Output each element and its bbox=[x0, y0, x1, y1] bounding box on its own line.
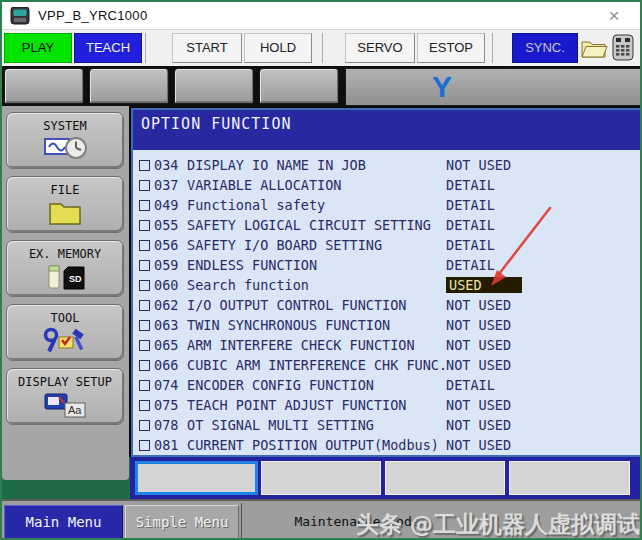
option-row[interactable]: 055 SAFETY LOGICAL CIRCUIT SETTING DETAI… bbox=[133, 216, 640, 236]
servo-on-button[interactable]: SERVO ON bbox=[345, 33, 415, 63]
svg-text:Aa: Aa bbox=[68, 404, 82, 416]
function-key-cell[interactable] bbox=[261, 461, 381, 495]
option-row[interactable]: 065 ARM INTERFERE CHECK FUNCTION NOT USE… bbox=[133, 336, 640, 356]
option-name: TEACH POINT ADJUST FUNCTION bbox=[187, 397, 406, 413]
option-row[interactable]: 056 SAFETY I/O BOARD SETTING DETAIL bbox=[133, 236, 640, 256]
option-row[interactable]: 060 Search function USED bbox=[133, 276, 640, 296]
window-title: VPP_B_YRC1000 bbox=[38, 8, 147, 23]
checkbox-icon[interactable] bbox=[139, 400, 150, 411]
sidebar-item-ex-memory[interactable]: EX. MEMORY SD bbox=[6, 240, 124, 297]
monitor-text-icon: Aa bbox=[7, 391, 123, 419]
bottom-bar-divider bbox=[241, 503, 242, 540]
teach-button[interactable]: TEACH bbox=[74, 33, 142, 63]
option-row[interactable]: 066 CUBIC ARM INTERFERENCE CHK FUNC. NOT… bbox=[133, 356, 640, 376]
option-row[interactable]: 037 VARIABLE ALLOCATION DETAIL bbox=[133, 176, 640, 196]
option-number: 034 bbox=[154, 157, 178, 173]
option-number: 074 bbox=[154, 377, 178, 393]
option-row[interactable]: 078 OT SIGNAL MULTI SETTING NOT USED bbox=[133, 416, 640, 436]
sync-button[interactable]: SYNC. bbox=[512, 33, 578, 63]
checkbox-icon[interactable] bbox=[139, 360, 150, 371]
option-status[interactable]: DETAIL bbox=[446, 377, 495, 393]
option-status[interactable]: NOT USED bbox=[446, 357, 511, 373]
sidebar-item-tool[interactable]: TOOL bbox=[6, 304, 124, 361]
checkbox-icon[interactable] bbox=[139, 200, 150, 211]
blank-key-button[interactable] bbox=[89, 68, 169, 104]
option-status[interactable]: NOT USED bbox=[446, 397, 511, 413]
option-number: 081 bbox=[154, 437, 178, 453]
estop-button[interactable]: ESTOP bbox=[417, 33, 485, 63]
hold-button[interactable]: HOLD bbox=[244, 33, 312, 63]
key-row: Y bbox=[2, 66, 642, 106]
checkbox-icon[interactable] bbox=[139, 160, 150, 171]
checkbox-icon[interactable] bbox=[139, 280, 150, 291]
option-number: 066 bbox=[154, 357, 178, 373]
option-name: OT SIGNAL MULTI SETTING bbox=[187, 417, 374, 433]
option-status[interactable]: NOT USED bbox=[446, 297, 511, 313]
checkbox-icon[interactable] bbox=[139, 320, 150, 331]
option-name: CUBIC ARM INTERFERENCE CHK FUNC. bbox=[187, 357, 447, 373]
play-button[interactable]: PLAY bbox=[4, 33, 72, 63]
checkbox-icon[interactable] bbox=[139, 340, 150, 351]
option-status[interactable]: DETAIL bbox=[446, 177, 495, 193]
teach-pendant-icon bbox=[10, 7, 30, 25]
sidebar-item-label: DISPLAY SETUP bbox=[7, 375, 123, 389]
checkbox-icon[interactable] bbox=[139, 180, 150, 191]
option-row[interactable]: 081 CURRENT POSITION OUTPUT(Modbus) NOT … bbox=[133, 436, 640, 456]
folder-button[interactable] bbox=[580, 33, 610, 63]
checkbox-icon[interactable] bbox=[139, 440, 150, 451]
sidebar-item-file[interactable]: FILE bbox=[6, 176, 124, 233]
function-key-cell-selected[interactable] bbox=[135, 461, 258, 495]
start-button[interactable]: START bbox=[172, 33, 242, 63]
option-status[interactable]: USED bbox=[446, 277, 522, 293]
option-status[interactable]: NOT USED bbox=[446, 437, 511, 453]
option-status[interactable]: NOT USED bbox=[446, 157, 511, 173]
watermark-text: 头条 @工业机器人虚拟调试 bbox=[356, 509, 640, 540]
option-row[interactable]: 059 ENDLESS FUNCTION DETAIL bbox=[133, 256, 640, 276]
close-icon[interactable]: × bbox=[602, 4, 626, 28]
folder-icon bbox=[580, 36, 608, 60]
checkbox-icon[interactable] bbox=[139, 260, 150, 271]
option-name: TWIN SYNCHRONOUS FUNCTION bbox=[187, 317, 390, 333]
function-key-strip bbox=[130, 457, 642, 499]
option-list: 034 DISPLAY IO NAME IN JOB NOT USED 037 … bbox=[133, 156, 640, 456]
option-row[interactable]: 034 DISPLAY IO NAME IN JOB NOT USED bbox=[133, 156, 640, 176]
checkbox-icon[interactable] bbox=[139, 380, 150, 391]
option-row[interactable]: 062 I/O OUTPUT CONTROL FUNCTION NOT USED bbox=[133, 296, 640, 316]
checkbox-icon[interactable] bbox=[139, 240, 150, 251]
option-row[interactable]: 063 TWIN SYNCHRONOUS FUNCTION NOT USED bbox=[133, 316, 640, 336]
yaskawa-logo-letter: Y bbox=[432, 70, 452, 104]
option-name: ENDLESS FUNCTION bbox=[187, 257, 317, 273]
option-row[interactable]: 049 Functional safety DETAIL bbox=[133, 196, 640, 216]
option-row[interactable]: 074 ENCODER CONFIG FUNCTION DETAIL bbox=[133, 376, 640, 396]
blank-key-button[interactable] bbox=[174, 68, 254, 104]
option-status[interactable]: NOT USED bbox=[446, 317, 511, 333]
checkbox-icon[interactable] bbox=[139, 220, 150, 231]
blank-key-button[interactable] bbox=[4, 68, 84, 104]
option-status[interactable]: NOT USED bbox=[446, 337, 511, 353]
checkbox-icon[interactable] bbox=[139, 420, 150, 431]
option-name: Functional safety bbox=[187, 197, 325, 213]
sidebar-item-system[interactable]: SYSTEM bbox=[6, 112, 124, 169]
function-key-cell[interactable] bbox=[509, 461, 630, 495]
option-status[interactable]: NOT USED bbox=[446, 417, 511, 433]
option-status[interactable]: DETAIL bbox=[446, 257, 495, 273]
option-function-panel: OPTION FUNCTION 034 DISPLAY IO NAME IN J… bbox=[131, 108, 642, 457]
sidebar-item-display-setup[interactable]: DISPLAY SETUP Aa bbox=[6, 368, 124, 425]
main-menu-button[interactable]: Main Menu bbox=[4, 505, 123, 540]
sidebar-item-label: EX. MEMORY bbox=[7, 247, 123, 261]
folder-icon bbox=[7, 199, 123, 227]
title-bar: VPP_B_YRC1000 × bbox=[2, 2, 640, 30]
option-number: 060 bbox=[154, 277, 178, 293]
checkbox-icon[interactable] bbox=[139, 300, 150, 311]
keypad-button[interactable] bbox=[611, 33, 641, 63]
option-status[interactable]: DETAIL bbox=[446, 217, 495, 233]
function-key-cell[interactable] bbox=[385, 461, 505, 495]
option-number: 075 bbox=[154, 397, 178, 413]
option-row[interactable]: 075 TEACH POINT ADJUST FUNCTION NOT USED bbox=[133, 396, 640, 416]
toolbar-divider bbox=[492, 33, 493, 63]
sidebar-item-label: TOOL bbox=[7, 311, 123, 325]
simple-menu-button[interactable]: Simple Menu bbox=[125, 505, 239, 540]
option-status[interactable]: DETAIL bbox=[446, 237, 495, 253]
option-status[interactable]: DETAIL bbox=[446, 197, 495, 213]
blank-key-button[interactable] bbox=[259, 68, 339, 104]
